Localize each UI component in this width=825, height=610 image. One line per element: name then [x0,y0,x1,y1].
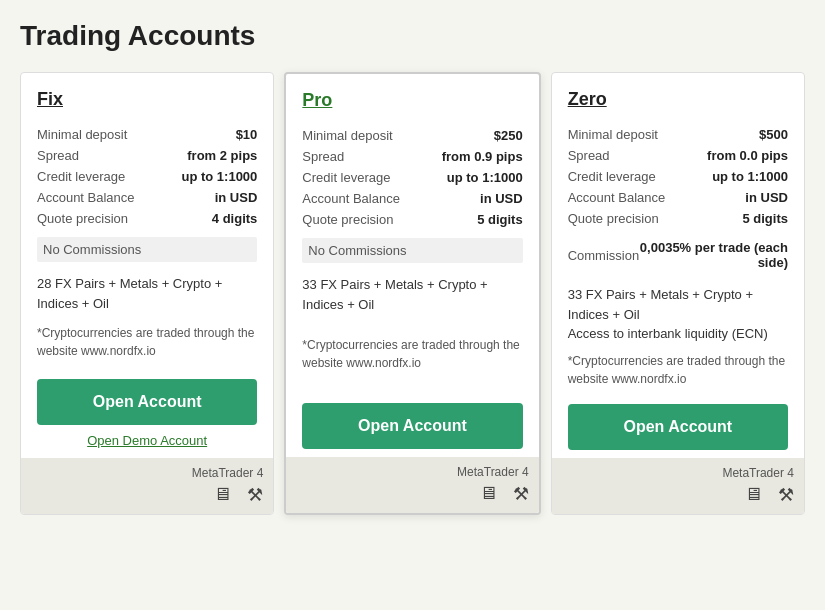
field-value: from 2 pips [161,145,257,166]
card-pro-instruments: 33 FX Pairs + Metals + Crypto + Indices … [302,275,522,314]
card-fix: FixMinimal deposit$10Spreadfrom 2 pipsCr… [20,72,274,515]
field-label: Account Balance [568,187,688,208]
card-pro-no-commissions: No Commissions [302,238,522,263]
table-row: Quote precision4 digits [37,208,257,229]
android-icon: ⚒ [778,484,794,506]
field-value: $10 [161,124,257,145]
field-label: Spread [568,145,688,166]
card-fix-instruments: 28 FX Pairs + Metals + Crypto + Indices … [37,274,257,313]
field-label: Credit leverage [37,166,161,187]
field-value: up to 1:1000 [423,167,523,188]
table-row: Spreadfrom 0.0 pips [568,145,788,166]
card-zero-footer: MetaTrader 4🖥⚒ [552,458,804,514]
card-zero-instruments: 33 FX Pairs + Metals + Crypto + Indices … [568,285,788,344]
field-value: from 0.0 pips [688,145,788,166]
android-icon: ⚒ [513,483,529,505]
card-pro: ProMinimal deposit$250Spreadfrom 0.9 pip… [284,72,540,515]
table-row: Credit leverageup to 1:1000 [37,166,257,187]
field-label: Credit leverage [568,166,688,187]
table-row: Credit leverageup to 1:1000 [568,166,788,187]
card-fix-open-account-button[interactable]: Open Account [37,379,257,425]
table-row: Spreadfrom 0.9 pips [302,146,522,167]
field-label: Commission [568,237,640,273]
table-row: Spreadfrom 2 pips [37,145,257,166]
desktop-icon: 🖥 [213,484,231,505]
card-pro-platform-icons: 🖥⚒ [296,483,528,505]
cards-container: FixMinimal deposit$10Spreadfrom 2 pipsCr… [20,72,805,515]
field-label: Credit leverage [302,167,422,188]
table-row: Account Balancein USD [37,187,257,208]
card-zero-metatrader-label: MetaTrader 4 [562,466,794,480]
table-row: Credit leverageup to 1:1000 [302,167,522,188]
card-pro-crypto-note: *Cryptocurrencies are traded through the… [302,336,522,386]
table-row: Minimal deposit$10 [37,124,257,145]
field-value: 0,0035% per trade (each side) [639,237,788,273]
card-pro-metatrader-label: MetaTrader 4 [296,465,528,479]
field-label: Quote precision [37,208,161,229]
card-zero-platform-icons: 🖥⚒ [562,484,794,506]
desktop-icon: 🖥 [479,483,497,504]
field-value: from 0.9 pips [423,146,523,167]
card-fix-footer: MetaTrader 4🖥⚒ [21,458,273,514]
field-label: Quote precision [302,209,422,230]
card-fix-demo-link[interactable]: Open Demo Account [37,433,257,448]
field-label: Account Balance [302,188,422,209]
field-label: Spread [37,145,161,166]
card-zero-crypto-note: *Cryptocurrencies are traded through the… [568,352,788,388]
field-value: in USD [161,187,257,208]
card-zero-commission-table: Commission0,0035% per trade (each side) [568,237,788,273]
card-fix-metatrader-label: MetaTrader 4 [31,466,263,480]
field-value: 4 digits [161,208,257,229]
card-pro-title: Pro [302,90,522,111]
field-label: Minimal deposit [568,124,688,145]
table-row: Quote precision5 digits [568,208,788,229]
card-fix-no-commissions: No Commissions [37,237,257,262]
field-label: Quote precision [568,208,688,229]
card-zero-open-account-button[interactable]: Open Account [568,404,788,450]
card-fix-title: Fix [37,89,257,110]
field-value: 5 digits [423,209,523,230]
table-row: Quote precision5 digits [302,209,522,230]
field-value: up to 1:1000 [688,166,788,187]
field-value: in USD [423,188,523,209]
card-fix-info-table: Minimal deposit$10Spreadfrom 2 pipsCredi… [37,124,257,229]
card-zero-title: Zero [568,89,788,110]
field-value: 5 digits [688,208,788,229]
field-label: Minimal deposit [37,124,161,145]
page-title: Trading Accounts [20,20,805,52]
desktop-icon: 🖥 [744,484,762,505]
card-fix-crypto-note: *Cryptocurrencies are traded through the… [37,324,257,363]
card-pro-footer: MetaTrader 4🖥⚒ [286,457,538,513]
table-row: Minimal deposit$500 [568,124,788,145]
field-value: in USD [688,187,788,208]
field-value: $250 [423,125,523,146]
card-zero: ZeroMinimal deposit$500Spreadfrom 0.0 pi… [551,72,805,515]
android-icon: ⚒ [247,484,263,506]
card-zero-info-table: Minimal deposit$500Spreadfrom 0.0 pipsCr… [568,124,788,229]
table-row: Commission0,0035% per trade (each side) [568,237,788,273]
card-fix-platform-icons: 🖥⚒ [31,484,263,506]
field-label: Spread [302,146,422,167]
table-row: Account Balancein USD [302,188,522,209]
table-row: Account Balancein USD [568,187,788,208]
card-pro-open-account-button[interactable]: Open Account [302,403,522,449]
table-row: Minimal deposit$250 [302,125,522,146]
field-value: up to 1:1000 [161,166,257,187]
field-label: Minimal deposit [302,125,422,146]
card-pro-info-table: Minimal deposit$250Spreadfrom 0.9 pipsCr… [302,125,522,230]
field-label: Account Balance [37,187,161,208]
field-value: $500 [688,124,788,145]
